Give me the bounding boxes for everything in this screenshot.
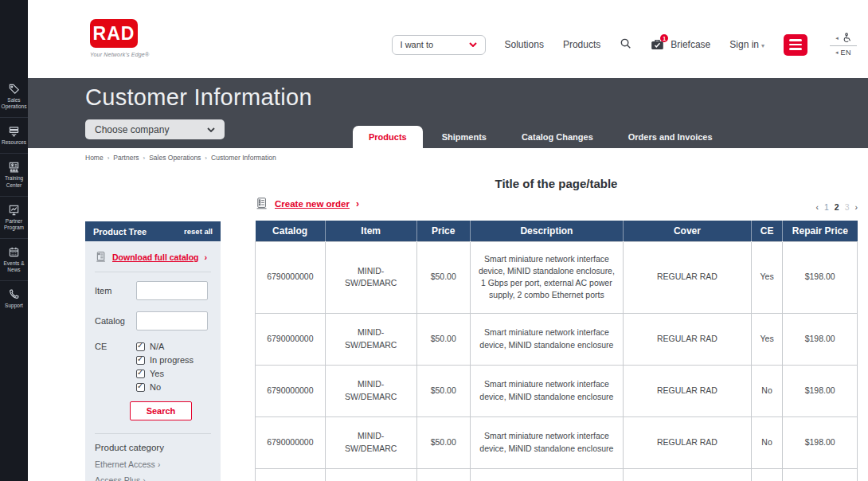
checkbox-na[interactable]: N/A — [136, 342, 194, 351]
section-tabs: Products Shipments Catalog Changes Order… — [353, 126, 729, 148]
i-want-to-label: I want to — [401, 40, 434, 49]
catalog-filter-row: Catalog — [95, 311, 211, 330]
language-selector[interactable]: ◂ EN — [835, 49, 851, 57]
product-tree-body: Download full catalog › Item Catalog CE … — [85, 241, 221, 481]
table-cell: Smart miniature network interface device… — [470, 416, 623, 468]
i-want-to-dropdown[interactable]: I want to — [392, 35, 486, 55]
item-input[interactable] — [136, 281, 208, 300]
link-arrow-icon: › — [205, 252, 208, 262]
sidebar-item-sales-operations[interactable]: Sales Operations — [0, 83, 28, 110]
nav-solutions[interactable]: Solutions — [505, 39, 544, 50]
table-cell: $198.00 — [783, 416, 858, 468]
column-header-cover: Cover — [623, 221, 751, 241]
breadcrumb-partners[interactable]: Partners — [113, 154, 139, 162]
table-cell: $198.00 — [783, 365, 858, 416]
pagination-next[interactable]: › — [855, 202, 858, 212]
table-body: 6790000000MINID-SW/DEMARC$50.00Smart min… — [256, 241, 858, 481]
pagination-page-1[interactable]: 1 — [824, 202, 829, 212]
panel-divider — [95, 433, 211, 434]
briefcase-button[interactable]: 1 Briefcase — [651, 38, 710, 51]
category-ethernet-access[interactable]: Ethernet Access› — [95, 459, 211, 469]
caret-down-icon: ▾ — [761, 42, 764, 49]
tag-icon — [8, 83, 20, 95]
tab-products[interactable]: Products — [353, 126, 423, 148]
pagination-page-3[interactable]: 3 — [845, 202, 850, 212]
checkbox-in-progress[interactable]: In progress — [136, 355, 194, 365]
table-cell: $50.00 — [416, 241, 470, 313]
page-banner: Customer Information Choose company Prod… — [28, 78, 868, 148]
checkbox-yes[interactable]: Yes — [136, 369, 194, 378]
briefcase-badge: 1 — [660, 34, 668, 42]
pagination: ‹ 1 2 3 › — [815, 202, 858, 212]
table-cell: Smart miniature network interface device… — [470, 365, 623, 416]
category-label: Ethernet Access — [95, 459, 155, 469]
catalog-input[interactable] — [136, 311, 208, 330]
download-full-catalog-link[interactable]: Download full catalog › — [95, 251, 211, 263]
sidebar-divider — [0, 196, 28, 197]
tab-shipments[interactable]: Shipments — [426, 126, 502, 148]
customer-information-page: Sales Operations Resources Training Cent… — [0, 0, 868, 481]
sidebar-item-training-center[interactable]: Training Center — [0, 161, 28, 188]
brand-tagline: Your Network's Edge® — [90, 52, 149, 57]
table-cell: 6790000000 — [256, 365, 326, 416]
table-cell: Smart miniature network interface device… — [470, 313, 623, 365]
pagination-page-2-current[interactable]: 2 — [835, 202, 839, 212]
column-header-item: Item — [325, 221, 416, 241]
sidebar-item-partner-program[interactable]: Partner Program — [0, 204, 28, 231]
table-cell — [783, 468, 858, 481]
item-filter-row: Item — [95, 281, 211, 300]
sidebar-item-label: Events & News — [1, 260, 28, 273]
sign-in-label: Sign in — [729, 39, 759, 50]
pagination-prev[interactable]: ‹ — [815, 202, 819, 212]
table-row: 6790000000MINID-SW/DEMARC$50.00Smart min… — [256, 416, 858, 468]
sign-in-button[interactable]: Sign in▾ — [729, 39, 764, 50]
breadcrumb-customer-information[interactable]: Customer Information — [211, 154, 276, 162]
breadcrumb-home[interactable]: Home — [85, 154, 104, 162]
create-new-order-link[interactable]: Create new order › — [255, 197, 359, 210]
reset-all-button[interactable]: reset all — [184, 227, 213, 236]
search-button[interactable]: Search — [130, 401, 192, 420]
product-tree-panel: Product Tree reset all Download full cat… — [85, 221, 221, 481]
sidebar-item-label: Sales Operations — [1, 97, 28, 110]
checkbox-no[interactable]: No — [136, 382, 194, 392]
chevron-down-icon — [207, 127, 215, 132]
download-full-catalog-label: Download full catalog — [112, 252, 199, 262]
sidebar-item-support[interactable]: Support — [0, 288, 28, 309]
table-cell: $198.00 — [783, 241, 858, 313]
choose-company-dropdown[interactable]: Choose company — [85, 119, 225, 139]
tab-catalog-changes[interactable]: Catalog Changes — [506, 126, 609, 148]
category-label: Access Plus — [95, 475, 140, 481]
link-arrow-icon: › — [356, 198, 359, 209]
rad-logo[interactable]: RAD Your Network's Edge® — [90, 19, 149, 57]
server-stack-icon — [8, 125, 20, 137]
link-arrow-icon: › — [143, 476, 145, 481]
table-cell: No — [751, 416, 782, 468]
product-tree-title: Product Tree — [93, 227, 147, 237]
category-access-plus[interactable]: Access Plus› — [95, 475, 211, 481]
table-cell: MINID-SW/DEMARC — [325, 365, 416, 416]
hamburger-menu-button[interactable] — [784, 34, 807, 56]
rad-logo-text: RAD — [93, 23, 135, 45]
sidebar-item-label: Resources — [1, 139, 28, 146]
search-icon[interactable] — [620, 37, 631, 53]
ce-options: N/A In progress Yes No — [136, 342, 194, 392]
breadcrumb-sales-operations[interactable]: Sales Operations — [149, 154, 201, 162]
table-row: 6790000000MINID-SW/DEMARC$50.00Smart min… — [256, 313, 858, 365]
accessibility-toggle[interactable]: ◂ — [835, 33, 851, 43]
sidebar-item-resources[interactable]: Resources — [0, 125, 28, 146]
table-row: 6790000000MINID-SW/DEMARC$50.00Smart min… — [256, 365, 858, 416]
column-header-price: Price — [416, 221, 470, 241]
left-sidebar: Sales Operations Resources Training Cent… — [0, 0, 28, 481]
order-form-icon — [255, 197, 268, 210]
sidebar-divider — [0, 238, 28, 239]
calendar-icon — [8, 246, 20, 258]
catalog-book-icon — [95, 251, 107, 263]
tab-orders-invoices[interactable]: Orders and Invoices — [612, 126, 729, 148]
sidebar-item-events-news[interactable]: Events & News — [0, 246, 28, 273]
table-cell: REGULAR RAD — [623, 416, 751, 468]
top-header: RAD Your Network's Edge® I want to Solut… — [28, 0, 868, 78]
table-cell: $50.00 — [416, 416, 470, 468]
sidebar-divider — [0, 153, 28, 154]
table-cell — [256, 468, 326, 481]
nav-products[interactable]: Products — [563, 39, 600, 50]
